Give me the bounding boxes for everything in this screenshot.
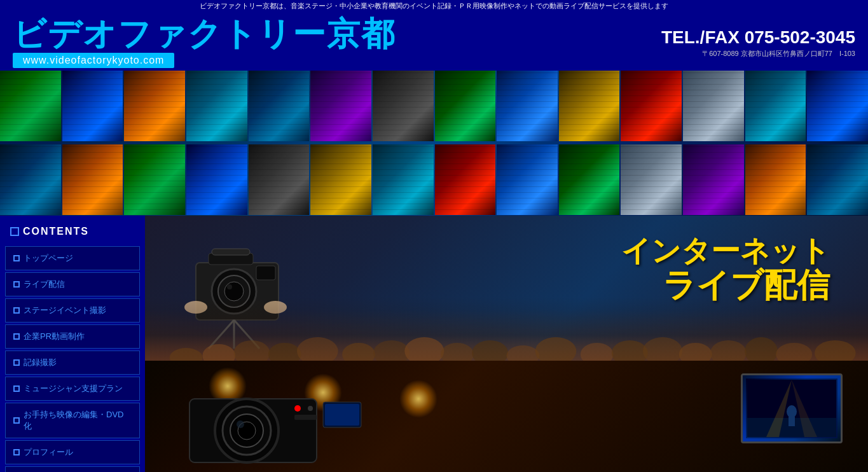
contents-header: CONTENTS xyxy=(5,222,140,241)
nav-item-bullet-icon xyxy=(13,359,20,366)
svg-point-17 xyxy=(297,337,338,361)
hero-tile-23 xyxy=(497,144,558,215)
nav-item-label: ライブ配信 xyxy=(24,279,65,290)
site-url[interactable]: www.videofactorykyoto.com xyxy=(13,53,174,68)
hero-tile-5 xyxy=(249,71,310,141)
sidebar-nav: トップページライブ配信ステージイベント撮影企業PR動画制作記録撮影ミュージシャン… xyxy=(5,246,140,472)
sidebar-item-live-streaming[interactable]: ライブ配信 xyxy=(5,272,140,296)
sidebar-item-musician-plan[interactable]: ミュージシャン支援プラン xyxy=(5,377,140,401)
nav-item-bullet-icon xyxy=(13,417,20,424)
sidebar-item-video-editing[interactable]: お手持ち映像の編集・DVD化 xyxy=(5,403,140,438)
hero-tile-3 xyxy=(124,71,185,141)
svg-point-25 xyxy=(581,343,614,361)
svg-point-20 xyxy=(404,337,444,361)
nav-item-label: プロフィール xyxy=(24,447,73,458)
svg-point-4 xyxy=(227,284,232,289)
nav-item-label: お手持ち映像の編集・DVD化 xyxy=(24,409,132,432)
sidebar-item-profile[interactable]: プロフィール xyxy=(5,440,140,464)
hero-tile-7 xyxy=(373,71,434,141)
hero-tile-9 xyxy=(497,71,558,141)
logo-area: ビデオファクトリー京都 www.videofactorykyoto.com xyxy=(13,17,396,68)
svg-rect-49 xyxy=(325,404,359,426)
svg-point-32 xyxy=(815,340,856,361)
sidebar: CONTENTS トップページライブ配信ステージイベント撮影企業PR動画制作記録… xyxy=(0,216,145,472)
site-header: ビデオファクトリー京都 www.videofactorykyoto.com TE… xyxy=(0,12,868,71)
svg-rect-7 xyxy=(212,249,250,255)
hero-tile-14 xyxy=(807,71,868,141)
nav-item-bullet-icon xyxy=(13,281,20,288)
internet-text: インターネット xyxy=(621,235,830,267)
audience-overlay xyxy=(145,297,868,361)
hero-tile-28 xyxy=(807,144,868,215)
svg-point-21 xyxy=(441,343,474,361)
svg-point-15 xyxy=(234,340,270,361)
hero-tile-17 xyxy=(124,144,185,215)
nav-item-label: 企業PR動画制作 xyxy=(24,331,85,342)
contents-title: CONTENTS xyxy=(23,226,89,237)
top-bar-text: ビデオファクトリー京都は、音楽ステージ・中小企業や教育機関のイベント記録・ＰＲ用… xyxy=(200,2,668,10)
sidebar-item-recording[interactable]: 記録撮影 xyxy=(5,351,140,375)
hero-tile-25 xyxy=(621,144,682,215)
svg-point-13 xyxy=(170,348,203,361)
hero-tile-10 xyxy=(559,71,620,141)
main-text-overlay: インターネット ライブ配信 xyxy=(621,235,830,303)
hero-tile-18 xyxy=(186,144,247,215)
camera-bottom-view xyxy=(177,373,368,472)
svg-point-26 xyxy=(612,340,648,361)
hero-tile-21 xyxy=(373,144,434,215)
hero-tile-22 xyxy=(435,144,496,215)
nav-item-bullet-icon xyxy=(13,385,20,392)
main-image-top: インターネット ライブ配信 xyxy=(145,216,868,361)
main-image-bottom xyxy=(145,361,868,472)
nav-item-bullet-icon xyxy=(13,449,20,455)
monitor-display xyxy=(741,373,843,443)
nav-item-bullet-icon xyxy=(13,255,20,261)
sidebar-item-top-page[interactable]: トップページ xyxy=(5,246,140,270)
monitor-screen xyxy=(746,378,837,438)
hero-tile-4 xyxy=(186,71,247,141)
right-content: インターネット ライブ配信 xyxy=(145,216,868,472)
light-spot-3 xyxy=(399,380,437,418)
nav-item-label: 記録撮影 xyxy=(24,357,57,368)
hero-tile-1 xyxy=(0,71,61,141)
hero-tile-8 xyxy=(435,71,496,141)
hero-tile-16 xyxy=(62,144,123,215)
svg-point-44 xyxy=(237,420,244,428)
contact-info: TEL./FAX 075-502-3045 〒607-8089 京都市山科区竹鼻… xyxy=(661,27,855,59)
contents-icon xyxy=(10,227,19,236)
sidebar-item-corporate-pr[interactable]: 企業PR動画制作 xyxy=(5,324,140,349)
svg-point-37 xyxy=(787,405,797,418)
svg-point-22 xyxy=(472,340,508,361)
nav-item-bullet-icon xyxy=(13,307,20,314)
hero-tile-15 xyxy=(0,144,61,215)
hero-grid xyxy=(0,71,868,216)
hero-tile-26 xyxy=(683,144,744,215)
hero-tile-27 xyxy=(745,144,806,215)
svg-point-19 xyxy=(373,340,410,361)
nav-item-label: ミュージシャン支援プラン xyxy=(24,383,123,394)
svg-point-28 xyxy=(679,343,712,361)
address-text: 〒607-8089 京都市山科区竹鼻西ノ口町77 I-103 xyxy=(661,49,855,59)
svg-point-30 xyxy=(745,337,778,361)
svg-point-23 xyxy=(507,345,540,361)
svg-rect-38 xyxy=(789,417,795,426)
top-info-bar: ビデオファクトリー京都は、音楽ステージ・中小企業や教育機関のイベント記録・ＰＲ用… xyxy=(0,0,868,12)
main-content: CONTENTS トップページライブ配信ステージイベント撮影企業PR動画制作記録… xyxy=(0,216,868,472)
site-logo-title[interactable]: ビデオファクトリー京都 xyxy=(13,17,396,50)
svg-point-24 xyxy=(535,337,577,361)
hero-tile-2 xyxy=(62,71,123,141)
hero-tile-20 xyxy=(310,144,371,215)
svg-point-45 xyxy=(294,405,301,412)
hero-tile-11 xyxy=(621,71,682,141)
svg-point-29 xyxy=(710,340,747,361)
svg-point-14 xyxy=(202,344,235,361)
svg-rect-5 xyxy=(256,266,275,280)
hero-tile-6 xyxy=(310,71,371,141)
tel-fax-number: TEL./FAX 075-502-3045 xyxy=(661,27,855,48)
nav-item-bullet-icon xyxy=(13,333,20,340)
hero-banner xyxy=(0,71,868,216)
svg-point-18 xyxy=(342,343,375,361)
hero-tile-12 xyxy=(683,71,744,141)
sidebar-item-stage-event[interactable]: ステージイベント撮影 xyxy=(5,298,140,323)
sidebar-item-works[interactable]: 制作実績 xyxy=(5,466,140,472)
